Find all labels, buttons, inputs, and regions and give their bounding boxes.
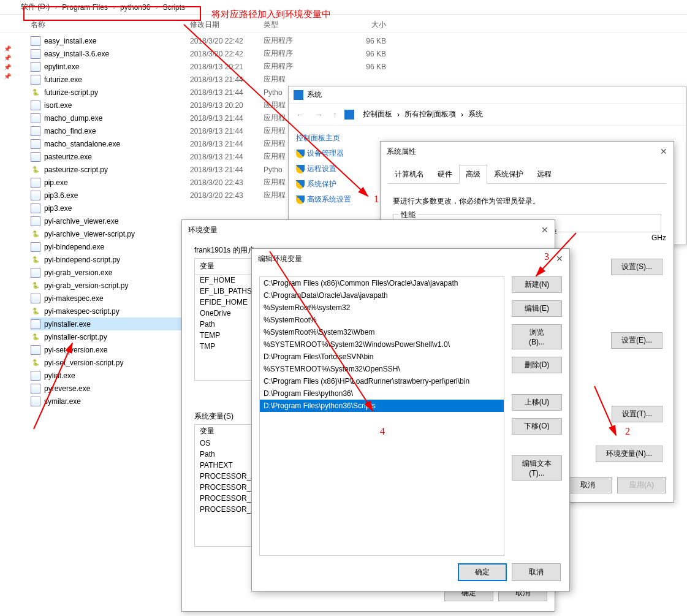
settings-s-button[interactable]: 设置(S)...: [611, 259, 662, 275]
window-titlebar[interactable]: 系统: [289, 86, 686, 104]
path-item[interactable]: %SystemRoot%\System32\Wbem: [260, 326, 504, 338]
breadcrumb[interactable]: 软件 (D:)› Program Files› python36› Script…: [0, 0, 687, 15]
path-item[interactable]: %SYSTEMROOT%\System32\OpenSSH\: [260, 363, 504, 375]
link-device-manager[interactable]: 设备管理器: [296, 148, 361, 159]
file-size: 96 KB: [337, 37, 386, 45]
window-title: 编辑环境变量: [258, 254, 302, 264]
col-name[interactable]: 名称: [31, 20, 190, 30]
breadcrumb-item[interactable]: python36: [120, 3, 150, 12]
close-icon[interactable]: ✕: [660, 146, 667, 157]
file-date: 2018/9/13 21:44: [190, 114, 264, 123]
path-item[interactable]: D:\Program Files\python36\Scripts: [260, 400, 504, 412]
annotation-label: 将对应路径加入到环境变量中: [211, 9, 331, 20]
path-item[interactable]: C:\ProgramData\Oracle\Java\javapath: [260, 289, 504, 302]
file-name: macho_dump.exe: [44, 114, 190, 123]
cancel-button[interactable]: 取消: [563, 477, 612, 493]
path-item[interactable]: %SystemRoot%: [260, 314, 504, 326]
close-icon[interactable]: ✕: [541, 225, 548, 235]
cancel-button[interactable]: 取消: [512, 563, 561, 581]
column-headers: 名称 修改日期 类型 大小: [0, 15, 687, 33]
col-date[interactable]: 修改日期: [190, 20, 264, 30]
window-titlebar[interactable]: 环境变量 ✕: [182, 220, 555, 240]
file-row[interactable]: easy_install.exe2018/3/20 22:42应用程序96 KB: [31, 34, 656, 47]
file-name: pyi-grab_version.exe: [44, 268, 190, 277]
new-button[interactable]: 新建(N): [512, 276, 562, 293]
pin-icon: 📌: [4, 55, 11, 61]
tab[interactable]: 远程: [530, 165, 558, 184]
path-list[interactable]: C:\Program Files (x86)\Common Files\Orac…: [259, 276, 504, 556]
breadcrumb-item[interactable]: Scripts: [162, 3, 185, 12]
link-advanced-settings[interactable]: 高级系统设置: [296, 194, 361, 205]
pin-icon: 📌: [4, 45, 11, 52]
file-name: pyi-makespec.exe: [44, 294, 190, 303]
nav-item[interactable]: 所有控制面板项: [404, 109, 456, 120]
path-item[interactable]: C:\Program Files (x86)\Common Files\Orac…: [260, 277, 504, 289]
exe-icon: [31, 62, 40, 72]
back-icon[interactable]: ←: [294, 110, 307, 120]
file-row[interactable]: epylint.exe2018/9/13 20:21应用程序96 KB: [31, 60, 656, 73]
file-name: pasteurize-script.py: [44, 165, 190, 174]
link-remote-settings[interactable]: 远程设置: [296, 164, 361, 174]
tab[interactable]: 硬件: [431, 165, 459, 184]
ok-button[interactable]: 确定: [458, 563, 507, 581]
move-up-button[interactable]: 上移(U): [512, 394, 562, 411]
path-item[interactable]: %SYSTEMROOT%\System32\WindowsPowerShell\…: [260, 338, 504, 351]
tab[interactable]: 计算机名: [388, 165, 431, 184]
path-item[interactable]: D:\Program Files\TortoiseSVN\bin: [260, 351, 504, 363]
tab[interactable]: 高级: [459, 165, 487, 184]
chevron-icon: ›: [113, 3, 115, 12]
forward-icon[interactable]: →: [312, 110, 325, 120]
browse-button[interactable]: 浏览(B)...: [512, 324, 562, 349]
py-icon: 🐍: [31, 332, 40, 342]
nav-bar: ← → ↑ 控制面板› 所有控制面板项› 系统: [289, 104, 686, 126]
window-titlebar[interactable]: 系统属性 ✕: [381, 142, 674, 162]
file-type: 应用程序: [264, 48, 337, 59]
py-icon: 🐍: [31, 306, 40, 316]
chevron-icon: ›: [55, 3, 57, 12]
exe-icon: [31, 242, 40, 252]
py-icon: 🐍: [31, 165, 40, 175]
exe-icon: [31, 75, 40, 85]
exe-icon: [31, 139, 40, 149]
file-name: macho_standalone.exe: [44, 140, 190, 148]
file-row[interactable]: futurize.exe2018/9/13 21:44应用程: [31, 73, 656, 86]
exe-icon: [31, 49, 40, 59]
close-icon[interactable]: ✕: [556, 254, 563, 264]
file-row[interactable]: easy_install-3.6.exe2018/3/20 22:42应用程序9…: [31, 47, 656, 60]
delete-button[interactable]: 删除(D): [512, 357, 562, 373]
exe-icon: [31, 101, 40, 110]
link-system-protection[interactable]: 系统保护: [296, 179, 361, 189]
file-name: easy_install.exe: [44, 37, 190, 45]
file-date: 2018/9/13 21:44: [190, 127, 264, 135]
move-down-button[interactable]: 下移(O): [512, 418, 562, 435]
nav-item[interactable]: 系统: [468, 109, 483, 120]
path-item[interactable]: C:\Program Files (x86)\HP\LoadRunner\str…: [260, 375, 504, 387]
file-name: pip3.exe: [44, 204, 190, 213]
col-size[interactable]: 大小: [337, 20, 386, 30]
edit-button[interactable]: 编辑(E): [512, 300, 562, 317]
apply-button[interactable]: 应用(A): [617, 477, 666, 493]
nav-item[interactable]: 控制面板: [363, 109, 392, 120]
settings-t-button[interactable]: 设置(T)...: [612, 406, 662, 422]
file-name: pyi-grab_version-script.py: [44, 281, 190, 290]
py-icon: 🐍: [31, 255, 40, 265]
file-name: isort.exe: [44, 101, 190, 110]
path-item[interactable]: D:\Program Files\python36\: [260, 387, 504, 400]
env-vars-button[interactable]: 环境变量(N)...: [596, 446, 662, 462]
path-item[interactable]: %SystemRoot%\system32: [260, 302, 504, 314]
window-titlebar[interactable]: 编辑环境变量 ✕: [252, 249, 569, 269]
settings-e-button[interactable]: 设置(E)...: [611, 332, 662, 349]
breadcrumb-item[interactable]: Program Files: [62, 3, 108, 12]
file-size: 96 KB: [337, 63, 386, 71]
file-name: pyi-set_version-script.py: [44, 359, 190, 367]
file-name: pyinstaller-script.py: [44, 333, 190, 341]
file-name: epylint.exe: [44, 63, 190, 71]
tab[interactable]: 系统保护: [487, 165, 530, 184]
py-icon: 🐍: [31, 88, 40, 97]
file-date: 2018/9/13 20:21: [190, 63, 264, 71]
edit-text-button[interactable]: 编辑文本(T)...: [512, 455, 562, 481]
exe-icon: [31, 216, 40, 226]
col-type[interactable]: 类型: [264, 20, 337, 30]
breadcrumb-item[interactable]: 软件 (D:): [21, 2, 50, 12]
up-icon[interactable]: ↑: [330, 110, 340, 120]
